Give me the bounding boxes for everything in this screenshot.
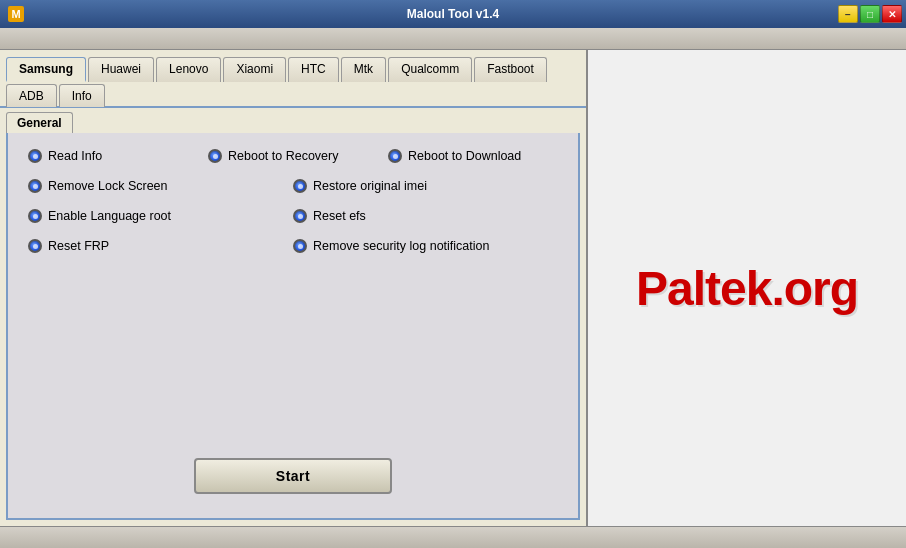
title-bar: M Maloul Tool v1.4 − □ ✕ — [0, 0, 906, 28]
radio-label-reboot-download: Reboot to Download — [408, 149, 521, 163]
radio-item-reset-frp[interactable]: Reset FRP — [28, 239, 293, 253]
close-button[interactable]: ✕ — [882, 5, 902, 23]
radio-icon-reset-efs — [293, 209, 307, 223]
radio-item-restore-imei[interactable]: Restore original imei — [293, 179, 558, 193]
options-grid: Read InfoReboot to RecoveryReboot to Dow… — [28, 149, 558, 446]
radio-item-reset-efs[interactable]: Reset efs — [293, 209, 558, 223]
radio-label-reset-frp: Reset FRP — [48, 239, 109, 253]
radio-icon-reboot-download — [388, 149, 402, 163]
tab-info[interactable]: Info — [59, 84, 105, 107]
tab-adb[interactable]: ADB — [6, 84, 57, 107]
radio-icon-enable-language — [28, 209, 42, 223]
radio-label-reboot-recovery: Reboot to Recovery — [228, 149, 338, 163]
app-icon: M — [8, 6, 24, 22]
radio-item-remove-security[interactable]: Remove security log notification — [293, 239, 558, 253]
radio-icon-reset-frp — [28, 239, 42, 253]
tabs-container: SamsungHuaweiLenovoXiaomiHTCMtkQualcommF… — [0, 50, 586, 108]
radio-item-reboot-recovery[interactable]: Reboot to Recovery — [208, 149, 388, 163]
radio-label-remove-security: Remove security log notification — [313, 239, 489, 253]
radio-label-restore-imei: Restore original imei — [313, 179, 427, 193]
start-btn-container: Start — [28, 446, 558, 502]
tab-htc[interactable]: HTC — [288, 57, 339, 82]
minimize-button[interactable]: − — [838, 5, 858, 23]
title-bar-title: Maloul Tool v1.4 — [407, 7, 499, 21]
status-bar — [0, 526, 906, 548]
radio-item-reboot-download[interactable]: Reboot to Download — [388, 149, 568, 163]
radio-item-read-info[interactable]: Read Info — [28, 149, 208, 163]
right-panel: Paltek.org — [586, 50, 906, 526]
radio-icon-reboot-recovery — [208, 149, 222, 163]
tab-lenovo[interactable]: Lenovo — [156, 57, 221, 82]
radio-icon-remove-security — [293, 239, 307, 253]
tab-xiaomi[interactable]: Xiaomi — [223, 57, 286, 82]
menu-strip — [0, 28, 906, 50]
tab-fastboot[interactable]: Fastboot — [474, 57, 547, 82]
radio-label-reset-efs: Reset efs — [313, 209, 366, 223]
radio-label-remove-lock: Remove Lock Screen — [48, 179, 168, 193]
options-row-3: Reset FRPRemove security log notificatio… — [28, 239, 558, 253]
maximize-button[interactable]: □ — [860, 5, 880, 23]
tab-huawei[interactable]: Huawei — [88, 57, 154, 82]
radio-icon-remove-lock — [28, 179, 42, 193]
radio-item-remove-lock[interactable]: Remove Lock Screen — [28, 179, 293, 193]
left-panel: SamsungHuaweiLenovoXiaomiHTCMtkQualcommF… — [0, 50, 586, 526]
tab-mtk[interactable]: Mtk — [341, 57, 386, 82]
options-row-1: Remove Lock ScreenRestore original imei — [28, 179, 558, 193]
brand-text: Paltek.org — [636, 261, 858, 316]
main-container: SamsungHuaweiLenovoXiaomiHTCMtkQualcommF… — [0, 50, 906, 526]
subtab-general[interactable]: General — [6, 112, 73, 133]
radio-icon-read-info — [28, 149, 42, 163]
window-controls: − □ ✕ — [838, 5, 902, 23]
radio-label-enable-language: Enable Language root — [48, 209, 171, 223]
tab-qualcomm[interactable]: Qualcomm — [388, 57, 472, 82]
radio-icon-restore-imei — [293, 179, 307, 193]
tab-samsung[interactable]: Samsung — [6, 57, 86, 82]
radio-item-enable-language[interactable]: Enable Language root — [28, 209, 293, 223]
subtabs-container: General — [0, 108, 586, 133]
radio-label-read-info: Read Info — [48, 149, 102, 163]
options-row-2: Enable Language rootReset efs — [28, 209, 558, 223]
content-area: Read InfoReboot to RecoveryReboot to Dow… — [6, 133, 580, 520]
options-row-0: Read InfoReboot to RecoveryReboot to Dow… — [28, 149, 558, 163]
start-button[interactable]: Start — [194, 458, 392, 494]
